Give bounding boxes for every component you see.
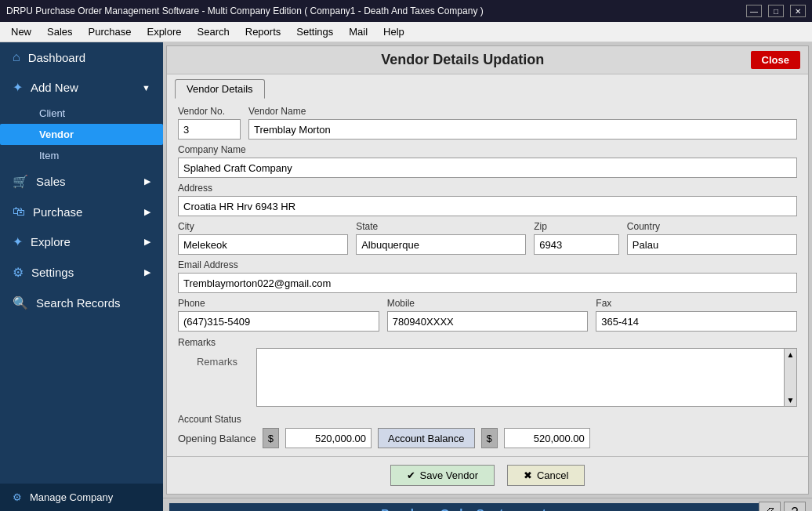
compass-icon: ✦ xyxy=(13,234,23,249)
phone-mobile-fax-row: Phone Mobile Fax xyxy=(178,298,797,332)
sidebar-item-client[interactable]: Client xyxy=(0,103,163,124)
menu-explore[interactable]: Explore xyxy=(139,24,189,39)
city-input[interactable] xyxy=(178,234,348,255)
home-icon: ⌂ xyxy=(13,50,20,64)
sidebar-item-addnew[interactable]: ✦ Add New ▼ xyxy=(0,72,163,103)
remarks-section-wrapper: Remarks Remarks ▲ ▼ xyxy=(178,336,797,407)
vendor-no-name-row: Vendor No. Vendor Name xyxy=(178,106,797,140)
menu-search[interactable]: Search xyxy=(190,24,237,39)
help-button[interactable]: ? xyxy=(784,502,806,511)
sidebar-manage-company[interactable]: ⚙ Manage Company xyxy=(0,484,163,511)
save-vendor-button[interactable]: ✔ Save Vendor xyxy=(390,465,495,486)
address-input[interactable] xyxy=(178,196,797,216)
footer-brand-text: PurchaseOrderSystem xyxy=(381,506,523,512)
menu-purchase[interactable]: Purchase xyxy=(81,24,140,39)
mobile-label: Mobile xyxy=(387,298,589,309)
menu-new[interactable]: New xyxy=(3,24,39,39)
footer-brand-suffix: .net xyxy=(523,506,547,512)
remarks-scrollbar[interactable]: ▲ ▼ xyxy=(785,348,797,407)
tab-vendor-details[interactable]: Vendor Details xyxy=(175,79,265,99)
sidebar-settings-label: Settings xyxy=(31,266,74,279)
close-button[interactable]: Close xyxy=(751,51,800,69)
account-status-row: Opening Balance $ Account Balance $ xyxy=(178,428,797,448)
sidebar-item-sales[interactable]: 🛒 Sales ▶ xyxy=(0,166,163,197)
zip-label: Zip xyxy=(534,221,619,232)
vendor-name-label: Vendor Name xyxy=(248,106,797,117)
fax-label: Fax xyxy=(596,298,797,309)
gear-icon: ⚙ xyxy=(13,265,24,280)
checkmark-icon: ✔ xyxy=(407,469,415,481)
phone-input[interactable] xyxy=(178,311,379,332)
x-icon: ✖ xyxy=(524,469,532,481)
sidebar-addnew-label: Add New xyxy=(31,81,78,94)
minimize-button[interactable]: — xyxy=(746,5,762,17)
remarks-section: Remarks ▲ ▼ xyxy=(178,348,797,407)
scroll-down-icon[interactable]: ▼ xyxy=(787,396,795,404)
scroll-up-icon[interactable]: ▲ xyxy=(787,350,795,359)
sidebar-item-search-records[interactable]: 🔍 Search Records xyxy=(0,288,163,318)
vendor-details-panel: Vendor Details Updation Close Vendor Det… xyxy=(166,45,809,495)
phone-label: Phone xyxy=(178,298,379,309)
mobile-input[interactable] xyxy=(387,311,589,332)
email-input[interactable] xyxy=(178,273,797,293)
menu-sales[interactable]: Sales xyxy=(39,24,81,39)
vendor-no-label: Vendor No. xyxy=(178,106,241,117)
tab-bar: Vendor Details xyxy=(167,74,808,98)
search-icon: 🔍 xyxy=(13,295,28,310)
close-window-button[interactable]: ✕ xyxy=(790,5,806,17)
company-name-input[interactable] xyxy=(178,158,797,178)
sidebar-item-label: Item xyxy=(39,150,59,161)
sidebar-item-settings[interactable]: ⚙ Settings ▶ xyxy=(0,257,163,288)
cancel-label: Cancel xyxy=(537,469,568,481)
mobile-group: Mobile xyxy=(387,298,589,332)
sidebar-item-purchase[interactable]: 🛍 Purchase ▶ xyxy=(0,197,163,227)
panel-header: Vendor Details Updation Close xyxy=(167,46,808,74)
help-icon: ? xyxy=(792,506,799,511)
zip-input[interactable] xyxy=(534,234,619,255)
sidebar-search-label: Search Records xyxy=(36,296,121,310)
address-label: Address xyxy=(178,183,797,194)
sidebar-item-vendor[interactable]: Vendor xyxy=(0,124,163,145)
company-name-row: Company Name xyxy=(178,144,797,178)
email-label: Email Address xyxy=(178,259,797,270)
footer-brand: PurchaseOrderSystem.net xyxy=(169,503,759,512)
menu-reports[interactable]: Reports xyxy=(237,24,289,39)
sidebar-explore-label: Explore xyxy=(31,235,71,248)
print-button[interactable]: 🖨 xyxy=(759,502,781,511)
remarks-textarea[interactable] xyxy=(256,348,785,407)
menu-settings[interactable]: Settings xyxy=(288,24,341,39)
menu-help[interactable]: Help xyxy=(375,24,412,39)
sidebar-client-label: Client xyxy=(39,107,65,119)
address-group: Address xyxy=(178,183,797,216)
vendor-no-input[interactable] xyxy=(178,119,241,140)
sidebar-item-item[interactable]: Item xyxy=(0,145,163,166)
city-state-zip-country-row: City State Zip Country xyxy=(178,221,797,255)
account-balance-input[interactable] xyxy=(504,428,590,448)
vendor-name-input[interactable] xyxy=(248,119,797,140)
email-group: Email Address xyxy=(178,259,797,293)
maximize-button[interactable]: □ xyxy=(768,5,784,17)
remarks-left-label: Remarks xyxy=(178,348,256,368)
chevron-right-icon-3: ▶ xyxy=(144,237,150,247)
fax-input[interactable] xyxy=(596,311,797,332)
account-balance-button[interactable]: Account Balance xyxy=(378,428,475,448)
chevron-right-icon-2: ▶ xyxy=(144,207,150,217)
state-input[interactable] xyxy=(356,234,526,255)
sidebar-purchase-label: Purchase xyxy=(33,205,82,219)
shopping-bag-icon: 🛍 xyxy=(13,205,25,219)
sidebar-item-dashboard[interactable]: ⌂ Dashboard xyxy=(0,42,163,72)
phone-group: Phone xyxy=(178,298,379,332)
zip-group: Zip xyxy=(534,221,619,255)
form-content: Vendor No. Vendor Name Company Name xyxy=(167,98,808,456)
opening-balance-input[interactable] xyxy=(285,428,372,448)
menu-mail[interactable]: Mail xyxy=(341,24,375,39)
vendor-no-group: Vendor No. xyxy=(178,106,241,140)
country-input[interactable] xyxy=(627,234,797,255)
company-name-group: Company Name xyxy=(178,144,797,178)
city-label: City xyxy=(178,221,348,232)
fax-group: Fax xyxy=(596,298,797,332)
cancel-button[interactable]: ✖ Cancel xyxy=(507,465,585,486)
sidebar-item-explore[interactable]: ✦ Explore ▶ xyxy=(0,227,163,257)
print-icon: 🖨 xyxy=(763,506,776,511)
sidebar-manage-label: Manage Company xyxy=(30,491,113,503)
